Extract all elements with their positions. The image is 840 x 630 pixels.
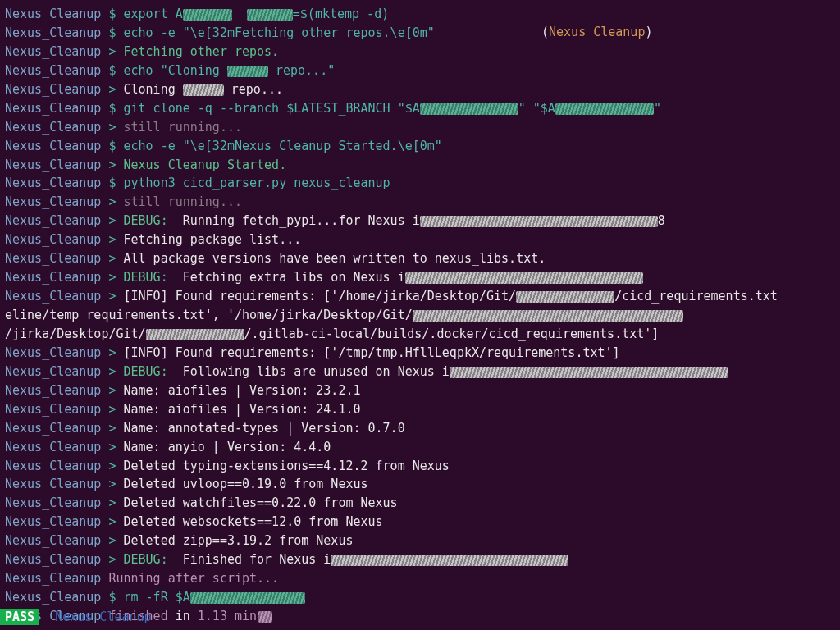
still-running: still running...: [124, 120, 243, 135]
pass-badge: PASS: [0, 609, 39, 625]
status-row: PASS Nexus Cleanup: [0, 608, 840, 627]
output-fetching-repos: Fetching other repos.: [124, 44, 280, 59]
job-label: Nexus_Cleanup: [5, 7, 101, 21]
lib-entry: Name: aiofiles | Version: 23.2.1: [124, 383, 361, 398]
pass-job-name: Nexus Cleanup: [47, 609, 151, 624]
after-script-msg: Running after script...: [108, 571, 279, 586]
job-tag: (Nexus_Cleanup): [541, 23, 652, 42]
terminal-output: Nexus_Cleanup $ export A =$(mktemp -d) N…: [5, 5, 840, 626]
debug-label: DEBUG:: [124, 213, 168, 228]
